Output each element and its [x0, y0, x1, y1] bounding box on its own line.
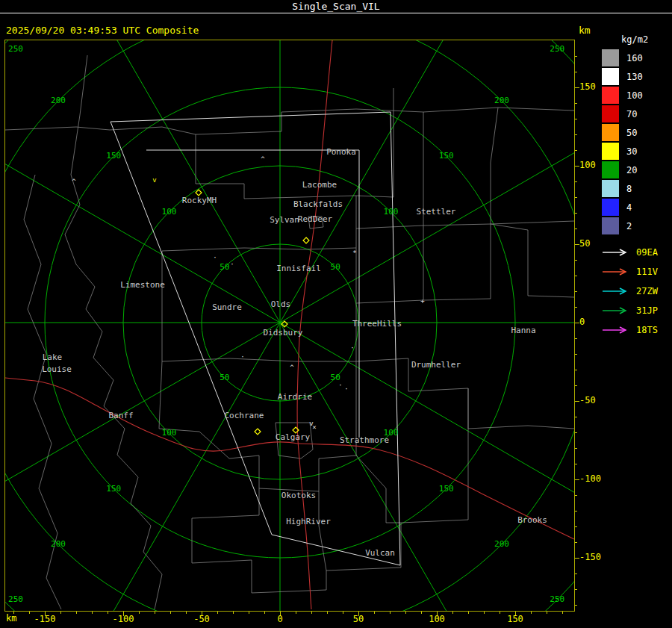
bottom-axis-tick	[562, 612, 563, 614]
bottom-axis-tick	[531, 612, 532, 614]
city-label: Hanna	[511, 326, 535, 335]
ring-distance-label: 250	[8, 44, 23, 54]
legend-color-swatch	[602, 199, 619, 216]
bottom-axis-tick	[13, 612, 14, 614]
right-axis-tick	[575, 213, 577, 214]
legend-scale-value: 30	[626, 146, 637, 157]
right-axis-label: 150	[579, 81, 596, 92]
map-markers: ^v^*··+··^··v×	[72, 155, 425, 435]
track-arrow-icon	[602, 287, 630, 296]
legend-scale-value: 20	[626, 165, 637, 175]
right-axis-tick	[575, 526, 577, 527]
right-axis-tick	[575, 542, 577, 543]
scan-timestamp: 2025/09/20 03:49:53 UTC Composite	[6, 25, 199, 36]
bottom-axis-tick	[76, 612, 77, 614]
legend-color-swatch	[602, 105, 619, 122]
legend-track-row: 111V	[602, 262, 672, 282]
ring-distance-label: 150	[439, 151, 454, 161]
city-label: Ponoka	[326, 147, 356, 157]
obs-marker: ×	[312, 423, 316, 431]
right-axis-tick	[575, 370, 577, 370]
obs-marker: ^	[72, 178, 76, 185]
city-label: RedDeer	[298, 214, 333, 224]
right-axis-tick	[575, 150, 577, 151]
legend-track-row: 09EA	[602, 243, 672, 262]
city-labels: PonokaLacombeBlackfaldsRedDeerSylvanStet…	[42, 147, 547, 558]
legend-color-swatch	[602, 124, 619, 141]
right-axis-tick	[575, 589, 577, 590]
legend-scale-row: 130	[602, 67, 672, 86]
bottom-axis-tick	[264, 612, 265, 614]
bottom-axis-tick	[343, 612, 343, 614]
window-title-bar[interactable]: Single_Scan_VIL	[0, 0, 672, 13]
legend-scale-row: 8	[602, 179, 672, 198]
bottom-axis-tick	[139, 612, 140, 614]
right-axis-tick	[575, 448, 577, 449]
legend-color-swatch	[602, 143, 619, 160]
bottom-axis-tick	[233, 612, 234, 614]
track-id-label: 09EA	[636, 247, 658, 258]
bottom-axis-tick	[374, 612, 375, 614]
bottom-axis-tick	[547, 612, 547, 614]
track-arrow-icon	[602, 267, 630, 276]
ring-distance-label: 250	[8, 594, 23, 604]
obs-marker: ·	[230, 261, 234, 268]
city-label: Strathmore	[340, 435, 389, 445]
legend-scale-row: 160	[602, 49, 672, 67]
legend-units-label: kg/m2	[621, 34, 672, 45]
right-axis-tick	[575, 511, 577, 512]
right-axis-tick	[575, 354, 577, 355]
city-label: Sundre	[212, 302, 242, 312]
bottom-axis-tick	[296, 612, 296, 614]
right-axis-tick	[575, 385, 577, 386]
legend-track-arrows: 09EA111V27ZW31JP18TS	[602, 243, 672, 340]
radar-site-marker	[196, 190, 202, 196]
legend-scale-value: 70	[626, 109, 637, 119]
legend-scale-value: 100	[626, 90, 643, 101]
city-label: Brooks	[517, 515, 547, 525]
city-label: Lake	[43, 352, 63, 362]
bottom-axis-label: -100	[113, 614, 134, 624]
bottom-axis-tick	[311, 612, 312, 614]
right-axis-tick	[575, 573, 577, 574]
city-label: Didsbury	[264, 328, 303, 338]
ring-distance-label: 200	[51, 96, 66, 105]
legend-track-row: 18TS	[602, 320, 672, 340]
bottom-axis-label: 150	[507, 614, 523, 624]
bottom-axis-tick	[421, 612, 422, 614]
right-axis-label: 100	[579, 160, 596, 170]
city-label: Sylvan	[270, 215, 299, 225]
right-axis-tick	[575, 228, 577, 229]
bottom-axis-tick	[155, 612, 155, 614]
obs-marker: v	[152, 176, 156, 184]
right-axis-tick	[575, 134, 577, 135]
radar-map[interactable]: 5050505010010010010015015015015020020020…	[5, 40, 574, 611]
city-label: Vulcan	[365, 548, 395, 558]
right-axis-tick	[575, 72, 577, 72]
obs-marker: ^	[290, 364, 294, 371]
track-id-label: 18TS	[636, 325, 658, 335]
bottom-axis-tick	[390, 612, 391, 614]
bottom-axis-label: 100	[429, 614, 445, 624]
bottom-axis-tick	[468, 612, 469, 614]
city-label: Airdrie	[278, 392, 312, 402]
obs-marker: ·	[338, 382, 342, 389]
bottom-axis-tick	[186, 612, 187, 614]
city-label: HighRiver	[286, 517, 331, 526]
ring-distance-label: 200	[494, 539, 509, 549]
ring-distance-label: 250	[550, 594, 564, 604]
legend-scale-value: 4	[626, 202, 632, 213]
right-axis-tick	[575, 464, 577, 464]
radar-app-window: Single_Scan_VIL 2025/09/20 03:49:53 UTC …	[0, 0, 672, 628]
right-axis-tick	[575, 181, 577, 182]
right-axis-tick	[575, 495, 577, 496]
radar-site-marker	[303, 237, 309, 243]
bottom-axis-tick	[452, 612, 453, 614]
obs-marker: ·	[344, 385, 348, 393]
ring-distance-label: 100	[162, 428, 177, 438]
ring-distance-label: 200	[494, 96, 509, 105]
legend-color-swatch	[602, 161, 619, 178]
bottom-axis-tick	[500, 612, 500, 614]
ring-distance-label: 50	[220, 373, 229, 382]
right-axis-tick	[575, 291, 577, 292]
